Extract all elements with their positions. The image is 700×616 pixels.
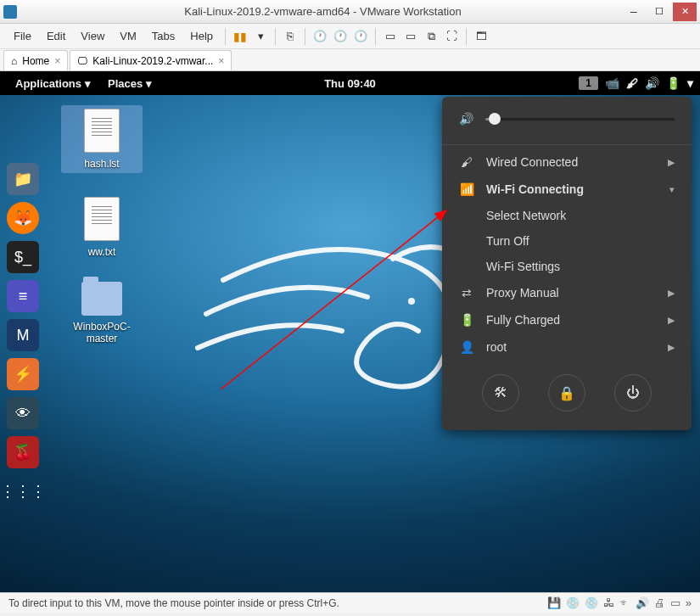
pause-icon[interactable]: ▮▮	[231, 27, 249, 46]
dock-files[interactable]: 📁	[7, 163, 39, 195]
menu-proxy[interactable]: ⇄ Proxy Manual ▶	[442, 279, 692, 306]
library-icon[interactable]: 🗔	[472, 27, 490, 46]
tab-vm[interactable]: 🖵 Kali-Linux-2019.2-vmwar... ×	[70, 50, 232, 70]
chevron-right-icon: ▶	[668, 288, 675, 299]
proxy-icon: ⇄	[459, 286, 474, 300]
manage-snapshot-icon[interactable]: 🕐	[351, 27, 370, 46]
desktop-icons: hash.lst ww.txt WinboxPoC-master	[61, 105, 143, 344]
lock-button[interactable]: 🔒	[548, 374, 585, 412]
record-icon[interactable]: 📹	[605, 76, 619, 90]
vmware-tabs: ⌂ Home × 🖵 Kali-Linux-2019.2-vmwar... ×	[0, 49, 700, 71]
dock-cherrytree[interactable]: 🍒	[7, 436, 39, 468]
send-icon[interactable]: ⎘	[281, 27, 300, 46]
chevron-down-icon: ▾	[669, 184, 675, 195]
device-icon[interactable]: ▭	[670, 596, 680, 609]
tab-home-close[interactable]: ×	[54, 55, 60, 67]
chevron-down-icon[interactable]: ▾	[687, 76, 693, 90]
dock-firefox[interactable]: 🦊	[7, 202, 39, 234]
dock-terminal[interactable]: $_	[7, 241, 39, 273]
chevron-down-icon: ▾	[146, 77, 152, 90]
brush-icon[interactable]: 🖌	[626, 76, 638, 90]
menu-battery[interactable]: 🔋 Fully Charged ▶	[442, 306, 692, 333]
menu-wifi[interactable]: 📶 Wi-Fi Connecting ▾	[442, 176, 692, 203]
wifi-select-network[interactable]: Select Network	[442, 203, 692, 228]
icon-label: ww.txt	[88, 246, 116, 258]
minimize-button[interactable]: ─	[622, 3, 646, 21]
network-icon[interactable]: 🖧	[603, 596, 614, 609]
vmware-statusbar: To direct input to this VM, move the mou…	[0, 592, 700, 613]
places-menu[interactable]: Places▾	[101, 77, 159, 90]
desktop-icon-winboxpoc[interactable]: WinboxPoC-master	[61, 282, 143, 344]
desktop-icon-ww[interactable]: ww.txt	[61, 197, 143, 258]
gnome-topbar: Applications▾ Places▾ Thu 09:40 1 📹 🖌 🔊 …	[0, 71, 700, 95]
tab-home-label: Home	[22, 55, 49, 67]
brush-icon: 🖌	[459, 155, 474, 169]
close-button[interactable]: ✕	[673, 3, 697, 21]
snapshot-icon[interactable]: 🕐	[311, 27, 329, 46]
wifi-icon: 📶	[459, 182, 474, 196]
vmware-logo-icon	[3, 5, 17, 19]
vmware-titlebar: Kali-Linux-2019.2-vmware-amd64 - VMware …	[0, 0, 700, 24]
chevron-icon[interactable]: »	[686, 596, 692, 609]
wifi-settings[interactable]: Wi-Fi Settings	[442, 254, 692, 279]
home-icon: ⌂	[11, 55, 17, 67]
volume-icon[interactable]: 🔊	[645, 76, 659, 90]
vm-tab-icon: 🖵	[77, 55, 87, 67]
battery-icon: 🔋	[459, 313, 474, 327]
cd-icon[interactable]: 💿	[566, 596, 580, 609]
folder-icon	[81, 282, 122, 316]
clock[interactable]: Thu 09:40	[317, 77, 383, 90]
disk-icon[interactable]: 💾	[547, 596, 561, 609]
system-menu: 🔊 🖌 Wired Connected ▶ 📶 Wi-Fi Connecting…	[442, 97, 692, 430]
menu-help[interactable]: Help	[183, 26, 220, 46]
printer-icon[interactable]: 🖨	[654, 596, 665, 609]
vmware-menubar: File Edit View VM Tabs Help ▮▮ ▾ ⎘ 🕐 🕐 🕐…	[0, 24, 700, 49]
stretch-icon[interactable]: ⛶	[442, 27, 461, 46]
usb-icon[interactable]: ᯤ	[619, 596, 630, 609]
wifi-turn-off[interactable]: Turn Off	[442, 228, 692, 254]
svg-point-0	[408, 298, 415, 305]
menu-view[interactable]: View	[74, 26, 111, 46]
dock-burpsuite[interactable]: ⚡	[7, 358, 39, 390]
power-button[interactable]: ⏻	[614, 374, 652, 412]
text-file-icon	[84, 109, 120, 153]
menu-tabs[interactable]: Tabs	[145, 26, 182, 46]
workspace-indicator[interactable]: 1	[579, 76, 598, 90]
settings-button[interactable]: 🛠	[482, 374, 519, 412]
dock-show-apps[interactable]: ⋮⋮⋮	[7, 475, 39, 507]
dock-zenmap[interactable]: 👁	[7, 397, 39, 429]
icon-label: WinboxPoC-master	[61, 321, 143, 344]
menu-edit[interactable]: Edit	[40, 26, 72, 46]
speaker-icon: 🔊	[459, 112, 473, 126]
console-icon[interactable]: ⧉	[422, 27, 440, 46]
dock: 📁 🦊 $_ ≡ M ⚡ 👁 🍒 ⋮⋮⋮	[0, 156, 46, 514]
unity-icon[interactable]: ▭	[401, 27, 420, 46]
icon-label: hash.lst	[84, 158, 119, 170]
dropdown-icon[interactable]: ▾	[251, 27, 270, 46]
volume-slider-row: 🔊	[442, 97, 692, 141]
menu-vm[interactable]: VM	[113, 26, 143, 46]
battery-icon[interactable]: 🔋	[666, 76, 680, 90]
tab-vm-label: Kali-Linux-2019.2-vmwar...	[92, 55, 213, 67]
menu-user[interactable]: 👤 root ▶	[442, 333, 692, 361]
window-title: Kali-Linux-2019.2-vmware-amd64 - VMware …	[24, 5, 622, 18]
menu-file[interactable]: File	[7, 26, 38, 46]
chevron-down-icon: ▾	[85, 77, 91, 90]
vm-viewport[interactable]: Applications▾ Places▾ Thu 09:40 1 📹 🖌 🔊 …	[0, 71, 700, 592]
chevron-right-icon: ▶	[668, 315, 675, 326]
sound-icon[interactable]: 🔊	[636, 596, 649, 609]
chevron-right-icon: ▶	[668, 157, 675, 168]
tab-vm-close[interactable]: ×	[218, 55, 224, 67]
dock-texteditor[interactable]: ≡	[7, 280, 39, 312]
desktop-icon-hash[interactable]: hash.lst	[61, 105, 143, 173]
maximize-button[interactable]: ☐	[647, 3, 671, 21]
dock-metasploit[interactable]: M	[7, 319, 39, 351]
fullscreen-icon[interactable]: ▭	[381, 27, 400, 46]
volume-slider[interactable]	[485, 118, 675, 120]
tab-home[interactable]: ⌂ Home ×	[3, 50, 68, 70]
chevron-right-icon: ▶	[668, 342, 675, 353]
applications-menu[interactable]: Applications▾	[8, 77, 98, 90]
menu-wired[interactable]: 🖌 Wired Connected ▶	[442, 148, 692, 176]
revert-icon[interactable]: 🕐	[331, 27, 350, 46]
cd-icon[interactable]: 💿	[585, 596, 598, 609]
